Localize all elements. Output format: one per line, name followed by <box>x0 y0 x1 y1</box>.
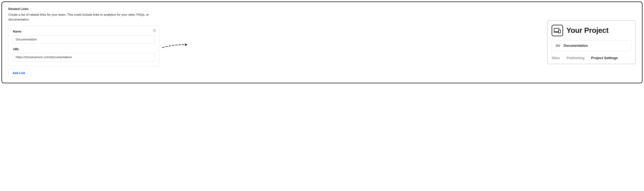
project-tabs: Sites Publishing Project Settings <box>552 56 631 60</box>
name-label: Name <box>13 30 155 34</box>
svg-rect-0 <box>554 28 559 32</box>
url-input[interactable] <box>13 53 155 62</box>
project-title: Your Project <box>566 26 608 35</box>
section-description: Create a list of related links for your … <box>8 12 160 22</box>
link-icon <box>556 44 560 47</box>
url-field-group: URL <box>13 48 155 62</box>
arrow-icon <box>162 42 191 50</box>
documentation-link-pill[interactable]: Documentation <box>552 40 631 51</box>
link-item-card: Name URL <box>8 26 160 66</box>
documentation-link-label: Documentation <box>564 44 588 48</box>
tab-publishing[interactable]: Publishing <box>566 56 584 60</box>
url-label: URL <box>13 48 155 51</box>
devices-icon <box>552 25 563 36</box>
preview-card: Your Project Documentation Sites Publish… <box>547 20 636 64</box>
tab-project-settings[interactable]: Project Settings <box>591 56 618 60</box>
svg-rect-1 <box>558 30 561 33</box>
project-header: Your Project <box>552 25 631 36</box>
name-input[interactable] <box>13 35 155 44</box>
add-link-button[interactable]: Add Link <box>8 69 29 77</box>
delete-icon[interactable] <box>153 29 156 32</box>
tab-sites[interactable]: Sites <box>552 56 560 60</box>
project-preview: Your Project Documentation Sites Publish… <box>547 20 636 64</box>
related-links-form: Related Links Create a list of related l… <box>8 7 160 77</box>
section-title: Related Links <box>8 7 160 11</box>
name-field-group: Name <box>13 30 155 44</box>
related-links-panel: Related Links Create a list of related l… <box>2 2 642 83</box>
